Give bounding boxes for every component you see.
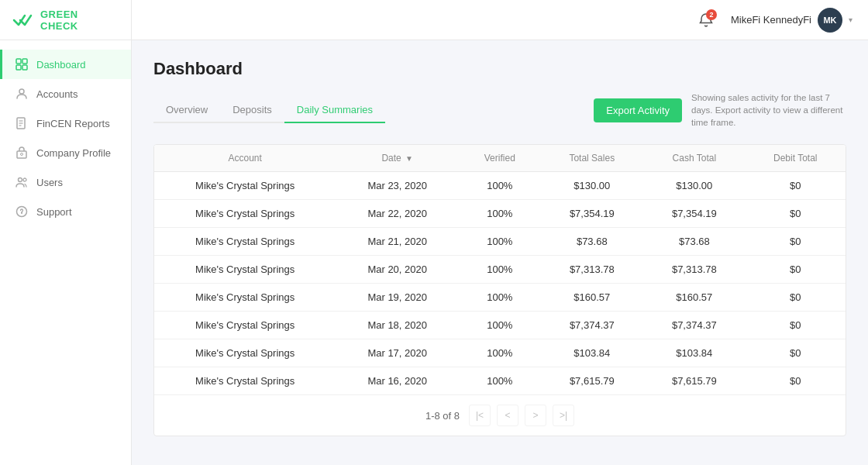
svg-point-10	[21, 153, 23, 156]
cell-account: Mike's Crystal Springs	[154, 172, 336, 200]
table-row[interactable]: Mike's Crystal Springs Mar 16, 2020 100%…	[154, 367, 846, 395]
cell-debit-total: $0	[746, 339, 846, 367]
cell-verified: 100%	[459, 200, 540, 228]
tab-daily-summaries[interactable]: Daily Summaries	[284, 98, 385, 123]
cell-date: Mar 23, 2020	[336, 172, 459, 200]
topbar: 2 MikeFi KennedyFi MK ▾	[132, 0, 868, 40]
svg-point-12	[23, 178, 26, 181]
accounts-icon	[15, 87, 29, 101]
cell-date: Mar 21, 2020	[336, 228, 459, 256]
cell-debit-total: $0	[746, 284, 846, 312]
sidebar-item-dashboard-label: Dashboard	[36, 59, 86, 71]
sidebar-item-company-label: Company Profile	[36, 147, 111, 159]
cell-total-sales: $103.84	[540, 339, 643, 367]
cell-verified: 100%	[459, 256, 540, 284]
sidebar: GREEN CHECK Dashboard Accounts	[0, 0, 132, 465]
cell-account: Mike's Crystal Springs	[154, 200, 336, 228]
export-area: Export Activity Showing sales activity f…	[594, 91, 846, 129]
cell-debit-total: $0	[746, 256, 846, 284]
sidebar-nav: Dashboard Accounts FinCEN Reports	[0, 40, 131, 465]
table-row[interactable]: Mike's Crystal Springs Mar 21, 2020 100%…	[154, 228, 846, 256]
pagination-first[interactable]: |<	[469, 405, 491, 426]
content-area: Dashboard Overview Deposits Daily Summar…	[132, 40, 868, 465]
cell-verified: 100%	[459, 339, 540, 367]
cell-account: Mike's Crystal Springs	[154, 339, 336, 367]
users-icon	[15, 175, 29, 189]
sidebar-item-fincen-label: FinCEN Reports	[36, 118, 110, 129]
table-row[interactable]: Mike's Crystal Springs Mar 23, 2020 100%…	[154, 172, 846, 200]
table-row[interactable]: Mike's Crystal Springs Mar 19, 2020 100%…	[154, 284, 846, 312]
svg-rect-3	[22, 65, 27, 70]
cell-date: Mar 17, 2020	[336, 339, 459, 367]
pagination-last[interactable]: >|	[553, 405, 574, 426]
sidebar-item-dashboard[interactable]: Dashboard	[0, 50, 131, 79]
table-row[interactable]: Mike's Crystal Springs Mar 20, 2020 100%…	[154, 256, 846, 284]
svg-rect-1	[22, 59, 27, 64]
sidebar-item-users[interactable]: Users	[0, 167, 131, 197]
pagination-prev[interactable]: <	[497, 405, 518, 426]
page-title: Dashboard	[153, 59, 846, 79]
cell-account: Mike's Crystal Springs	[154, 284, 336, 312]
sidebar-item-accounts[interactable]: Accounts	[0, 79, 131, 108]
cell-cash-total: $7,374.37	[643, 312, 745, 339]
export-button[interactable]: Export Activity	[594, 98, 682, 122]
cell-cash-total: $73.68	[643, 228, 745, 256]
col-account: Account	[154, 145, 336, 172]
sidebar-item-accounts-label: Accounts	[36, 88, 78, 100]
cell-date: Mar 20, 2020	[336, 256, 459, 284]
cell-verified: 100%	[459, 284, 540, 312]
logo-area: GREEN CHECK	[0, 0, 131, 40]
tab-overview[interactable]: Overview	[153, 98, 220, 123]
svg-point-11	[19, 178, 22, 182]
svg-rect-9	[17, 151, 26, 158]
sidebar-item-support[interactable]: Support	[0, 197, 131, 226]
user-menu-chevron: ▾	[849, 16, 852, 24]
company-icon	[15, 146, 29, 160]
user-menu[interactable]: MikeFi KennedyFi MK ▾	[731, 8, 852, 33]
logo-icon	[12, 12, 34, 28]
col-debit-total: Debit Total	[746, 145, 846, 172]
cell-cash-total: $7,354.19	[643, 200, 745, 228]
export-note: Showing sales activity for the last 7 da…	[691, 91, 846, 129]
table-row[interactable]: Mike's Crystal Springs Mar 17, 2020 100%…	[154, 339, 846, 367]
cell-cash-total: $130.00	[643, 172, 745, 200]
cell-verified: 100%	[459, 367, 540, 395]
tab-bar: Overview Deposits Daily Summaries	[153, 98, 385, 123]
logo-text: GREEN CHECK	[40, 9, 119, 32]
cell-debit-total: $0	[746, 200, 846, 228]
notification-badge: 2	[706, 9, 717, 20]
cell-date: Mar 22, 2020	[336, 200, 459, 228]
cell-total-sales: $160.57	[540, 284, 643, 312]
header-row: Overview Deposits Daily Summaries Export…	[153, 91, 846, 129]
table-row[interactable]: Mike's Crystal Springs Mar 18, 2020 100%…	[154, 312, 846, 339]
cell-account: Mike's Crystal Springs	[154, 256, 336, 284]
cell-account: Mike's Crystal Springs	[154, 312, 336, 339]
cell-date: Mar 18, 2020	[336, 312, 459, 339]
dashboard-icon	[15, 57, 29, 71]
table-header-row: Account Date ▼ Verified Total Sales Cash…	[154, 145, 846, 172]
pagination: 1-8 of 8 |< < > >|	[154, 394, 846, 436]
col-total-sales: Total Sales	[540, 145, 643, 172]
sort-icon-date: ▼	[405, 154, 413, 163]
pagination-next[interactable]: >	[525, 405, 546, 426]
col-date[interactable]: Date ▼	[336, 145, 459, 172]
cell-verified: 100%	[459, 312, 540, 339]
table-row[interactable]: Mike's Crystal Springs Mar 22, 2020 100%…	[154, 200, 846, 228]
tab-deposits[interactable]: Deposits	[220, 98, 284, 123]
col-verified: Verified	[459, 145, 540, 172]
sidebar-item-users-label: Users	[36, 177, 63, 188]
cell-total-sales: $7,354.19	[540, 200, 643, 228]
notification-button[interactable]: 2	[694, 8, 718, 33]
cell-date: Mar 16, 2020	[336, 367, 459, 395]
cell-cash-total: $160.57	[643, 284, 745, 312]
cell-verified: 100%	[459, 228, 540, 256]
sidebar-item-company[interactable]: Company Profile	[0, 138, 131, 167]
cell-debit-total: $0	[746, 172, 846, 200]
cell-total-sales: $130.00	[540, 172, 643, 200]
svg-rect-0	[16, 59, 21, 64]
cell-debit-total: $0	[746, 367, 846, 395]
cell-cash-total: $7,615.79	[643, 367, 745, 395]
cell-total-sales: $73.68	[540, 228, 643, 256]
cell-verified: 100%	[459, 172, 540, 200]
sidebar-item-fincen[interactable]: FinCEN Reports	[0, 108, 131, 138]
